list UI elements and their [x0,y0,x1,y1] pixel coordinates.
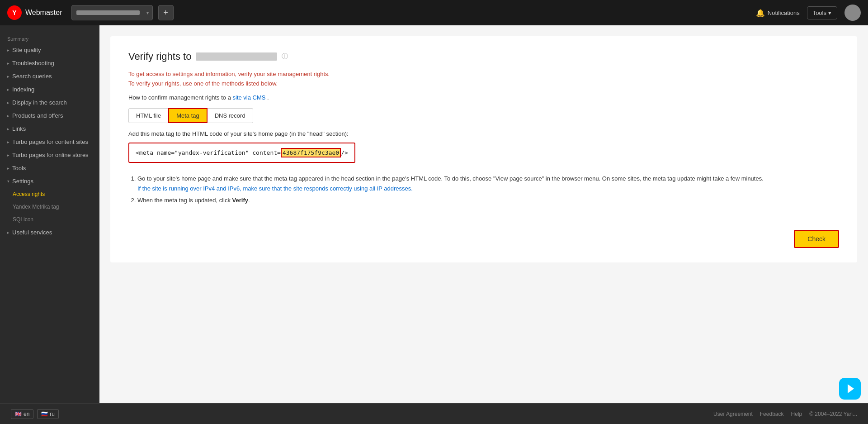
arrow-icon: ▸ [7,127,9,131]
tab-html-file[interactable]: HTML file [128,108,169,123]
arrow-icon: ▸ [7,74,9,79]
arrow-icon: ▸ [7,87,9,92]
page-title: Verify rights to ⓘ [128,51,839,62]
sidebar-item-indexing[interactable]: ▸ Indexing [0,83,99,96]
tools-button[interactable]: Tools ▾ [807,6,837,19]
bell-icon: 🔔 [756,9,765,17]
sidebar-item-site-quality[interactable]: ▸ Site quality [0,43,99,57]
step-1-note: If the site is running over IPv4 and IPv… [137,185,413,192]
app-name: Webmaster [25,9,62,17]
flag-en-icon: 🇬🇧 [15,411,22,417]
steps-list: Go to your site's home page and make sur… [137,174,839,205]
tab-dns-record[interactable]: DNS record [207,108,253,123]
page-footer: 🇬🇧 en 🇷🇺 ru User Agreement Feedback Help… [0,403,868,424]
arrow-icon: ▸ [7,153,9,157]
sidebar-item-label: SQI icon [13,216,33,223]
sidebar-item-label: Useful services [12,229,52,236]
step-1: Go to your site's home page and make sur… [137,174,839,194]
app-header: Y Webmaster ▾ + 🔔 Notifications Tools ▾ [0,0,868,25]
arrow-icon: ▸ [7,114,9,118]
turbo-chat-icon[interactable] [839,378,861,400]
step-2-bold: Verify [232,197,248,204]
sidebar-item-label: Site quality [12,47,41,53]
sidebar-item-products-offers[interactable]: ▸ Products and offers [0,109,99,122]
cms-link[interactable]: site via CMS [233,94,266,101]
code-value: 43687f175f9c3ae0 [281,148,341,157]
chevron-down-icon: ▾ [828,10,831,16]
site-selector-bar [76,10,140,15]
sidebar-item-troubleshooting[interactable]: ▸ Troubleshooting [0,57,99,70]
step-2-prefix: When the meta tag is updated, click [137,197,232,204]
arrow-icon: ▸ [7,100,9,105]
sidebar-item-tools[interactable]: ▸ Tools [0,162,99,175]
sidebar-item-turbo-stores[interactable]: ▸ Turbo pages for online stores [0,148,99,162]
sidebar-item-label: Indexing [12,86,34,93]
page-title-text: Verify rights to [128,51,191,62]
notifications-button[interactable]: 🔔 Notifications [756,9,800,17]
lang-switcher: 🇬🇧 en 🇷🇺 ru [11,409,59,419]
arrow-icon: ▸ [7,230,9,235]
sidebar-item-label: Links [12,125,26,132]
header-right: 🔔 Notifications Tools ▾ [756,5,861,21]
add-site-button[interactable]: + [158,5,174,20]
tab-bar: HTML file Meta tag DNS record [128,108,839,123]
arrow-icon: ▸ [7,140,9,144]
user-agreement-link[interactable]: User Agreement [713,411,753,417]
step-2: When the meta tag is updated, click Veri… [137,195,839,205]
lang-ru-label: ru [50,411,55,417]
arrow-icon: ▸ [7,48,9,52]
sidebar-item-label: Settings [12,178,33,185]
cms-text-suffix: . [267,94,269,101]
sidebar-item-label: Troubleshooting [12,60,54,67]
code-prefix: <meta name="yandex-verification" content… [136,149,281,156]
site-selector[interactable]: ▾ [71,5,153,20]
sidebar-item-sqi-icon[interactable]: SQI icon [0,213,99,226]
sidebar-item-label: Products and offers [12,112,63,119]
help-link[interactable]: Help [791,411,802,417]
arrow-icon: ▸ [7,61,9,66]
lang-en-label: en [24,411,29,417]
check-button[interactable]: Check [794,230,839,248]
avatar[interactable] [844,5,861,21]
yandex-logo: Y [7,5,22,20]
sidebar: Summary ▸ Site quality ▸ Troubleshooting… [0,25,99,424]
sidebar-item-label: Yandex Metrika tag [13,204,59,210]
notifications-label: Notifications [768,10,800,16]
lang-en-button[interactable]: 🇬🇧 en [11,409,33,419]
sidebar-item-label: Turbo pages for online stores [12,152,89,158]
sidebar-item-links[interactable]: ▸ Links [0,122,99,135]
tools-label: Tools [813,10,826,16]
warning-line1: To get access to settings and informatio… [128,70,839,79]
sidebar-section-title: Summary [0,33,99,43]
sidebar-item-label: Display in the search [12,99,67,106]
content-card: Verify rights to ⓘ To get access to sett… [110,36,857,262]
warning-text: To get access to settings and informatio… [128,70,839,89]
tab-meta-tag[interactable]: Meta tag [168,108,208,123]
sidebar-item-turbo-content[interactable]: ▸ Turbo pages for content sites [0,135,99,148]
info-icon[interactable]: ⓘ [282,52,288,61]
arrow-icon: ▸ [6,180,11,182]
flag-ru-icon: 🇷🇺 [41,411,48,417]
sidebar-item-label: Access rights [13,191,45,197]
cms-link-text: How to confirm management rights to a si… [128,94,839,101]
cms-text-prefix: How to confirm management rights to a [128,94,231,101]
sidebar-item-access-rights[interactable]: Access rights [0,188,99,200]
code-block: <meta name="yandex-verification" content… [128,143,355,163]
sidebar-item-useful-services[interactable]: ▸ Useful services [0,226,99,239]
footer-links: User Agreement Feedback Help © 2004–2022… [713,411,857,417]
layout: Summary ▸ Site quality ▸ Troubleshooting… [0,25,868,424]
sidebar-item-label: Search queries [12,73,52,80]
main-content: Verify rights to ⓘ To get access to sett… [99,25,868,424]
sidebar-item-settings[interactable]: ▸ Settings [0,175,99,188]
arrow-icon: ▸ [7,166,9,171]
sidebar-item-yandex-metrika-tag[interactable]: Yandex Metrika tag [0,200,99,213]
chevron-down-icon: ▾ [146,10,149,15]
sidebar-item-search-queries[interactable]: ▸ Search queries [0,70,99,83]
feedback-link[interactable]: Feedback [760,411,784,417]
sidebar-item-display-search[interactable]: ▸ Display in the search [0,96,99,109]
code-suffix: /> [341,149,348,156]
site-name-placeholder [196,52,277,61]
lang-ru-button[interactable]: 🇷🇺 ru [37,409,59,419]
sidebar-item-label: Turbo pages for content sites [12,138,88,145]
step-1-text: Go to your site's home page and make sur… [137,175,764,182]
